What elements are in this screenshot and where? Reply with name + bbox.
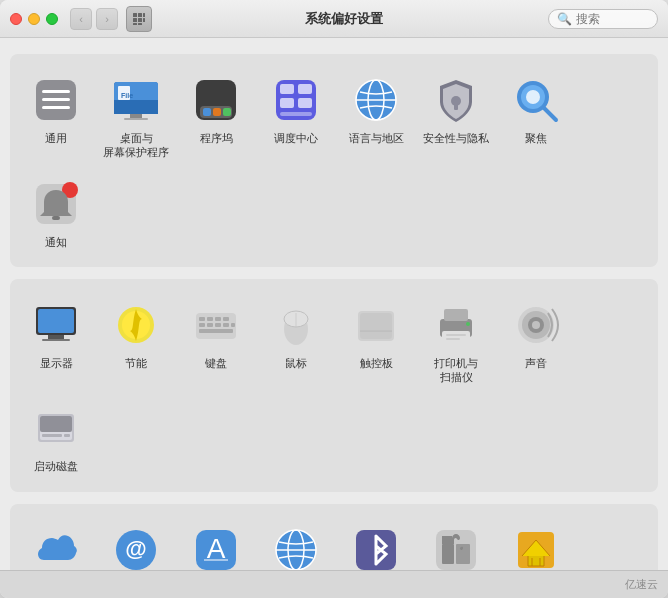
pref-spotlight[interactable]: 聚焦: [498, 66, 574, 166]
printers-icon: [432, 301, 480, 349]
search-input[interactable]: [576, 12, 646, 26]
pref-printers[interactable]: 打印机与 扫描仪: [418, 291, 494, 391]
bluetooth-icon-container: [350, 524, 402, 570]
svg-rect-65: [360, 313, 392, 339]
maximize-button[interactable]: [46, 13, 58, 25]
network-icon-container: [270, 524, 322, 570]
svg-rect-9: [42, 90, 70, 93]
notifications-icon-container: [30, 178, 82, 230]
chevron-right-icon: ›: [105, 13, 109, 25]
svg-rect-5: [143, 18, 145, 22]
pref-language[interactable]: 语言与地区: [338, 66, 414, 166]
pref-keyboard[interactable]: 键盘: [178, 291, 254, 391]
sharing-icon-container: [510, 524, 562, 570]
svg-rect-10: [42, 98, 70, 101]
pref-internetaccounts[interactable]: @ 互联网 帐户: [98, 516, 174, 570]
svg-rect-0: [133, 13, 137, 17]
startup-icon: [32, 404, 80, 452]
svg-rect-28: [298, 98, 312, 108]
displays-icon-container: [30, 299, 82, 351]
system-preferences-window: ‹ › 系统偏好设置 🔍: [0, 0, 668, 598]
pref-appstore[interactable]: A App Store: [178, 516, 254, 570]
appstore-icon-container: A: [190, 524, 242, 570]
internet-section: iCloud @ 互联网 帐户 A: [10, 504, 658, 570]
pref-sharing[interactable]: 共享: [498, 516, 574, 570]
pref-energy[interactable]: 节能: [98, 291, 174, 391]
hardware-section: 显示器 节能: [10, 279, 658, 492]
back-button[interactable]: ‹: [70, 8, 92, 30]
titlebar: ‹ › 系统偏好设置 🔍: [0, 0, 668, 38]
internetaccounts-icon: @: [112, 526, 160, 570]
svg-rect-46: [42, 339, 70, 341]
pref-mouse[interactable]: 鼠标: [258, 291, 334, 391]
desktop-label: 桌面与 屏幕保护程序: [103, 131, 169, 160]
svg-rect-45: [48, 335, 64, 339]
bluetooth-icon: [352, 526, 400, 570]
energy-icon-container: [110, 299, 162, 351]
pref-bluetooth[interactable]: 蓝牙: [338, 516, 414, 570]
pref-trackpad[interactable]: 触控板: [338, 291, 414, 391]
dock-icon: [192, 76, 240, 124]
general-icon-container: [30, 74, 82, 126]
forward-button[interactable]: ›: [96, 8, 118, 30]
pref-startup[interactable]: 启动磁盘: [18, 394, 94, 479]
svg-rect-4: [138, 18, 142, 22]
pref-desktop[interactable]: File 桌面与 屏幕保护程序: [98, 66, 174, 166]
desktop-icon-container: File: [110, 74, 162, 126]
trackpad-label: 触控板: [360, 356, 393, 370]
startup-label: 启动磁盘: [34, 459, 78, 473]
svg-rect-23: [223, 108, 231, 116]
svg-rect-56: [215, 323, 221, 327]
svg-rect-22: [213, 108, 221, 116]
energy-icon: [112, 301, 160, 349]
svg-rect-25: [280, 84, 294, 94]
svg-rect-53: [223, 317, 229, 321]
svg-rect-71: [446, 338, 460, 340]
extensions-icon: [432, 526, 480, 570]
watermark: 亿速云: [625, 577, 658, 592]
spotlight-label: 聚焦: [525, 131, 547, 145]
pref-icloud[interactable]: iCloud: [18, 516, 94, 570]
svg-rect-79: [40, 416, 72, 432]
pref-network[interactable]: 网络: [258, 516, 334, 570]
extensions-icon-container: [430, 524, 482, 570]
chevron-left-icon: ‹: [79, 13, 83, 25]
internetaccounts-icon-container: @: [110, 524, 162, 570]
svg-text:@: @: [125, 536, 146, 561]
search-icon: 🔍: [557, 12, 572, 26]
keyboard-label: 键盘: [205, 356, 227, 370]
svg-rect-3: [133, 18, 137, 22]
pref-security[interactable]: 安全性与隐私: [418, 66, 494, 166]
svg-rect-80: [42, 434, 62, 437]
dock-icon-container: [190, 74, 242, 126]
sound-icon-container: [510, 299, 562, 351]
search-box[interactable]: 🔍: [548, 9, 658, 29]
trackpad-icon-container: [350, 299, 402, 351]
pref-dock[interactable]: 程序坞: [178, 66, 254, 166]
pref-notifications[interactable]: 通知: [18, 170, 94, 255]
sound-label: 声音: [525, 356, 547, 370]
personal-section: 通用 File 桌面与 屏幕保护程序: [10, 54, 658, 267]
pref-mission[interactable]: 调度中心: [258, 66, 334, 166]
svg-rect-1: [138, 13, 142, 17]
close-button[interactable]: [10, 13, 22, 25]
minimize-button[interactable]: [28, 13, 40, 25]
grid-view-button[interactable]: [126, 6, 152, 32]
svg-rect-29: [280, 112, 312, 116]
pref-general[interactable]: 通用: [18, 66, 94, 166]
pref-displays[interactable]: 显示器: [18, 291, 94, 391]
preferences-content: 通用 File 桌面与 屏幕保护程序: [0, 38, 668, 570]
svg-text:File: File: [121, 92, 133, 99]
pref-sound[interactable]: 声音: [498, 291, 574, 391]
spotlight-icon: [512, 76, 560, 124]
svg-rect-16: [124, 118, 148, 120]
svg-rect-52: [215, 317, 221, 321]
general-icon: [32, 76, 80, 124]
svg-rect-14: [114, 100, 158, 114]
language-icon-container: [350, 74, 402, 126]
svg-rect-81: [64, 434, 70, 437]
svg-rect-26: [298, 84, 312, 94]
pref-extensions[interactable]: 扩展: [418, 516, 494, 570]
svg-rect-6: [133, 23, 137, 25]
svg-rect-59: [199, 329, 233, 333]
